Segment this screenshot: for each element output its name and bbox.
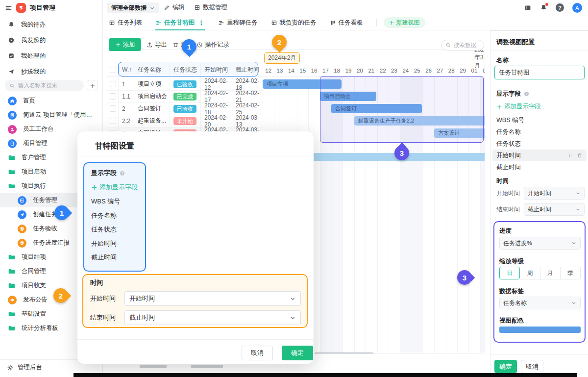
data-manage-button[interactable]: 数据管理: [194, 0, 227, 15]
add-button[interactable]: 添加: [109, 38, 141, 51]
cell-end-date: 2024-02-18: [236, 78, 264, 90]
panel-toggle-icon[interactable]: [524, 4, 532, 12]
panel-cancel-button[interactable]: 取消: [521, 360, 543, 373]
gantt-icon: [155, 20, 162, 26]
modal-ok-button[interactable]: 确定: [282, 346, 313, 360]
search-icon: [9, 83, 15, 89]
modal-time-row-结束时间: 结束时间截止时间: [90, 310, 301, 325]
screen-bottom-edge: [74, 373, 577, 377]
tab-任务列表[interactable]: 任务列表: [109, 15, 142, 30]
cell-task-name[interactable]: 合同签订: [138, 102, 170, 115]
annotation-pin-3-gantt: 3: [394, 146, 409, 160]
edit-button[interactable]: 编辑: [164, 0, 185, 15]
modal-display-fields-header: 显示字段 ?: [91, 169, 145, 177]
gantt-search-input[interactable]: 搜索数据: [441, 40, 484, 50]
plus-icon: [115, 42, 121, 48]
trash-icon: [172, 42, 179, 48]
time-select-开始时间[interactable]: 开始时间: [524, 187, 585, 200]
sidebar-shortcut-我的待办[interactable]: 我的待办: [0, 17, 103, 32]
panel-field-任务名称[interactable]: 任务名称: [496, 128, 521, 136]
announce-icon: [9, 297, 15, 303]
upload-icon: [147, 42, 153, 48]
modal-field-任务名称[interactable]: 任务名称: [91, 211, 145, 220]
tab-任务甘特图[interactable]: 任务甘特图⋮: [155, 15, 205, 30]
notification-bell-icon[interactable]: [540, 4, 547, 11]
zoom-option-季[interactable]: 季: [561, 267, 581, 279]
modal-field-截止时间[interactable]: 截止时间: [91, 253, 145, 262]
pagination-fragment: [140, 365, 167, 368]
modal-field-任务状态[interactable]: 任务状态: [91, 225, 145, 234]
help-icon[interactable]: ?: [556, 3, 564, 12]
cell-end-date: 2024-03-13: [236, 115, 264, 127]
progress-select[interactable]: 任务进度%: [499, 237, 581, 250]
panel-field-截止时间[interactable]: 截止时间: [496, 163, 521, 172]
data-manage-label: 数据管理: [203, 3, 227, 12]
data-label-select[interactable]: 任务名称: [499, 297, 581, 309]
export-button[interactable]: 导出: [147, 38, 167, 51]
modal-field-开始时间[interactable]: 开始时间: [91, 239, 145, 248]
sidebar-shortcut-我处理的[interactable]: 我处理的: [0, 48, 103, 64]
panel-ok-button[interactable]: 确定: [494, 360, 517, 373]
panel-field-WBS 编号[interactable]: WBS 编号: [496, 116, 524, 125]
row-checkbox[interactable]: [110, 105, 116, 112]
day-tick: 17: [320, 66, 331, 75]
tab-任务看板[interactable]: 任务看板: [330, 15, 363, 30]
new-view-button[interactable]: 新建视图: [384, 17, 425, 28]
time-select-结束时间[interactable]: 截止时间: [524, 203, 585, 216]
row-checkbox[interactable]: [110, 81, 116, 87]
gantt-search-placeholder: 搜索数据: [454, 42, 476, 49]
annotation-box-orange: 时间 开始时间开始时间结束时间截止时间: [82, 274, 308, 328]
gear-icon: [7, 364, 14, 371]
select-all-checkbox[interactable]: [110, 67, 116, 73]
tab-我负责的任务[interactable]: 我负责的任务: [271, 15, 317, 30]
view-name-input[interactable]: 任务甘特图: [494, 66, 585, 79]
day-tick: 26: [423, 66, 434, 75]
view-color-swatch[interactable]: [499, 327, 581, 333]
sidebar-item-简道云 项目管理「使用说明」[interactable]: 简道云 项目管理「使用说明」: [0, 108, 103, 122]
sidebar-item-首页[interactable]: 首页: [0, 94, 103, 108]
tab-more-icon[interactable]: ⋮: [198, 19, 205, 26]
history-button[interactable]: 操作记录: [196, 38, 229, 51]
hamburger-menu-icon[interactable]: [5, 4, 12, 12]
row-checkbox[interactable]: [110, 93, 116, 100]
chevron-down-icon: [575, 191, 581, 196]
time-row-label: 开始时间: [90, 294, 118, 303]
modal-cancel-button[interactable]: 取消: [242, 346, 273, 360]
day-tick: 12: [263, 66, 274, 75]
sidebar-shortcut-我发起的[interactable]: 我发起的: [0, 32, 103, 48]
name-label: 名称: [496, 56, 509, 65]
row-checkbox[interactable]: [110, 118, 116, 124]
tab-里程碑任务[interactable]: 里程碑任务: [218, 15, 258, 30]
sidebar-search-input[interactable]: 输入名称来搜索: [5, 80, 84, 91]
data-label-value: 任务名称: [503, 299, 527, 307]
sidebar-item-label: 任务管理: [33, 196, 57, 204]
sidebar-shortcuts: 我的待办我发起的我处理的抄送我的: [0, 17, 103, 79]
time-select-value: 截止时间: [129, 313, 155, 322]
zoom-option-周[interactable]: 周: [520, 267, 540, 279]
sidebar-shortcut-抄送我的[interactable]: 抄送我的: [0, 64, 103, 79]
avatar[interactable]: A: [572, 3, 582, 13]
modal-add-display-field-link[interactable]: 添加显示字段: [91, 183, 145, 192]
grid-icon: [194, 4, 200, 11]
panel-add-display-field-link[interactable]: 添加显示字段: [496, 102, 541, 111]
calendar-icon: [19, 198, 25, 203]
zoom-option-日[interactable]: 日: [499, 267, 520, 279]
modal-time-select-开始时间[interactable]: 开始时间: [124, 291, 301, 306]
modal-time-select-结束时间[interactable]: 截止时间: [124, 310, 301, 325]
modal-field-WBS 编号[interactable]: WBS 编号: [91, 197, 145, 206]
cell-wbs: 2.2: [122, 115, 135, 127]
horizontal-scrollbar-thumb[interactable]: [314, 352, 374, 354]
shortcut-label: 抄送我的: [21, 68, 46, 76]
cell-wbs: 2: [122, 102, 135, 115]
panel-field-开始时间[interactable]: 开始时间: [492, 150, 587, 161]
data-scope-dropdown[interactable]: 管理全部数据: [107, 2, 159, 13]
add-app-button[interactable]: [87, 80, 98, 91]
search-icon: [9, 83, 15, 89]
sidebar-search-row: 输入名称来搜索: [5, 80, 98, 91]
cell-task-name[interactable]: 起重设备...: [138, 115, 170, 127]
shortcut-label: 我的待办: [21, 21, 46, 29]
panel-field-任务状态[interactable]: 任务状态: [496, 140, 521, 148]
cell-task-name[interactable]: 项目立项: [138, 78, 170, 90]
zoom-option-月[interactable]: 月: [540, 267, 561, 279]
cell-task-name[interactable]: 项目启动会: [138, 90, 170, 102]
